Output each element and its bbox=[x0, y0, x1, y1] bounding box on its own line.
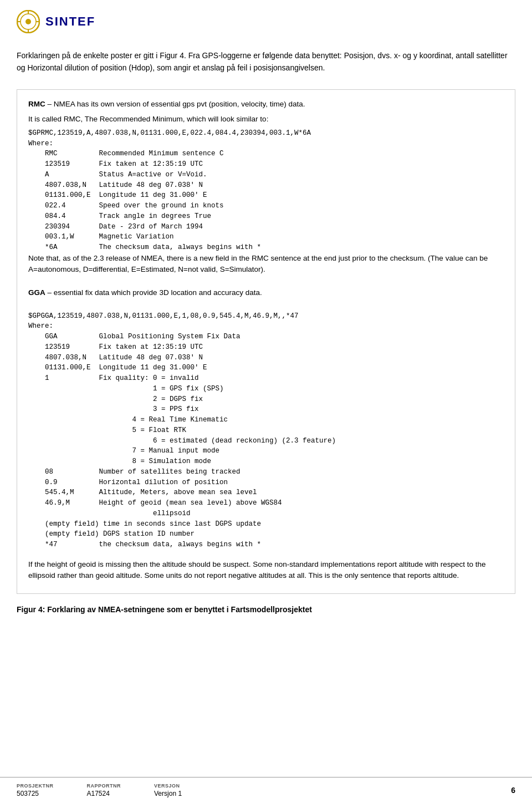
footer-report-value: A17524 bbox=[87, 790, 121, 797]
footer-version-label: VERSJON bbox=[154, 783, 182, 789]
footer-page-number: 6 bbox=[511, 786, 515, 795]
sintef-logo-icon bbox=[17, 10, 40, 33]
footer-project-label: PROSJEKTNR bbox=[17, 783, 54, 789]
gga-intro-text: GGA – essential fix data which provide 3… bbox=[28, 287, 504, 298]
figure-caption: Figur 4: Forklaring av NMEA-setningene s… bbox=[0, 599, 532, 621]
page-header: SINTEF bbox=[0, 0, 532, 39]
footer-project: PROSJEKTNR 503725 bbox=[17, 783, 54, 797]
rmc-intro-text: RMC – NMEA has its own version of essent… bbox=[28, 99, 504, 110]
footer-version: VERSJON Versjon 1 bbox=[154, 783, 182, 797]
rmc-where-block: Where: RMC Recommended Minimum sentence … bbox=[28, 139, 504, 253]
gga-closing-text: If the height of geoid is missing then t… bbox=[28, 559, 504, 582]
content-box: RMC – NMEA has its own version of essent… bbox=[17, 89, 515, 594]
footer-report-label: RAPPORTNR bbox=[87, 783, 121, 789]
footer-version-value: Versjon 1 bbox=[154, 790, 182, 797]
page-footer: PROSJEKTNR 503725 RAPPORTNR A17524 VERSJ… bbox=[0, 777, 532, 803]
gga-where-block: Where: GGA Global Positioning System Fix… bbox=[28, 321, 504, 550]
intro-paragraph: Forklaringen på de enkelte poster er git… bbox=[17, 50, 515, 74]
svg-point-2 bbox=[25, 19, 31, 24]
gga-label: GGA bbox=[28, 288, 45, 297]
footer-project-value: 503725 bbox=[17, 790, 54, 797]
footer-report: RAPPORTNR A17524 bbox=[87, 783, 121, 797]
sintef-logo-text: SINTEF bbox=[45, 14, 95, 29]
rmc-example-code: $GPRMC,123519,A,4807.038,N,01131.000,E,0… bbox=[28, 128, 504, 139]
rmc-desc-text: It is called RMC, The Recommended Minimu… bbox=[28, 114, 504, 125]
gga-example-code: $GPGGA,123519,4807.038,N,01131.000,E,1,0… bbox=[28, 311, 504, 322]
rmc-note-text: Note that, as of the 2.3 release of NMEA… bbox=[28, 253, 504, 276]
logo-area: SINTEF bbox=[17, 10, 95, 33]
rmc-label: RMC bbox=[28, 100, 45, 108]
intro-section: Forklaringen på de enkelte poster er git… bbox=[0, 39, 532, 84]
